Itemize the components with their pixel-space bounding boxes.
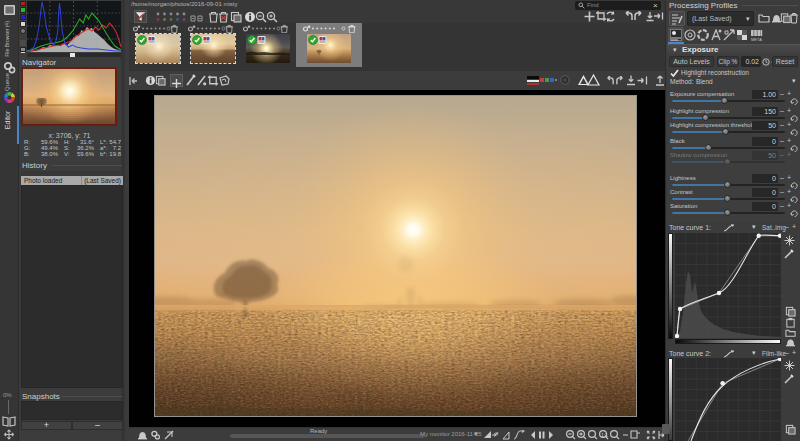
svg-text:META: META: [751, 37, 762, 42]
svg-text:1:1: 1:1: [601, 432, 608, 438]
